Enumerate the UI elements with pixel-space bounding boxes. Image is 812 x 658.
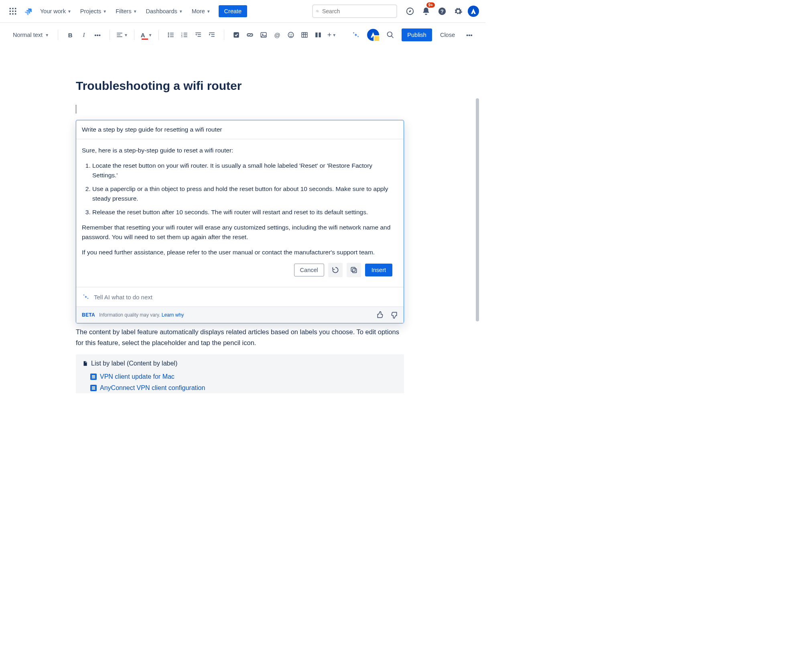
- svg-rect-49: [319, 32, 321, 37]
- svg-rect-0: [10, 8, 11, 9]
- app-switcher-icon[interactable]: [6, 5, 19, 18]
- text-style-dropdown[interactable]: Normal text▼: [10, 28, 52, 41]
- svg-rect-4: [12, 10, 13, 12]
- scrollbar[interactable]: [475, 98, 480, 387]
- svg-rect-52: [352, 269, 356, 273]
- outdent-button[interactable]: [192, 28, 205, 41]
- emoji-button[interactable]: [284, 28, 297, 41]
- layouts-button[interactable]: [312, 28, 325, 41]
- learn-why-link[interactable]: Learn why: [162, 312, 184, 318]
- svg-rect-32: [198, 36, 201, 37]
- jira-logo-icon[interactable]: [22, 5, 35, 18]
- ai-intro: Sure, here is a step-by-step guide to re…: [82, 146, 398, 155]
- svg-point-40: [262, 34, 263, 35]
- settings-icon[interactable]: [452, 5, 465, 18]
- svg-rect-7: [12, 13, 13, 14]
- ai-icon[interactable]: [349, 28, 362, 41]
- svg-rect-22: [170, 35, 174, 35]
- close-button[interactable]: Close: [437, 29, 458, 41]
- indent-button[interactable]: [205, 28, 218, 41]
- bold-button[interactable]: B: [64, 28, 77, 41]
- nav-dashboards[interactable]: Dashboards▼: [143, 6, 186, 17]
- svg-rect-6: [10, 13, 11, 14]
- ai-note: If you need further assistance, please r…: [82, 248, 398, 257]
- svg-rect-31: [198, 35, 201, 35]
- svg-rect-27: [184, 33, 187, 34]
- copy-icon[interactable]: [347, 263, 361, 277]
- image-button[interactable]: [257, 28, 270, 41]
- link-button[interactable]: [244, 28, 256, 41]
- svg-rect-44: [302, 32, 307, 37]
- search-icon: [316, 8, 319, 14]
- svg-rect-38: [233, 32, 239, 37]
- chevron-down-icon: ▼: [133, 9, 137, 14]
- svg-rect-5: [15, 10, 16, 12]
- nav-more[interactable]: More▼: [189, 6, 214, 17]
- insert-button[interactable]: Insert: [365, 264, 392, 276]
- align-button[interactable]: ▼: [116, 28, 128, 41]
- svg-point-9: [317, 10, 318, 12]
- action-item-button[interactable]: [230, 28, 243, 41]
- editor-cursor-line[interactable]: [76, 105, 404, 114]
- doc-icon: [90, 385, 97, 391]
- global-nav: Your work▼ Projects▼ Filters▼ Dashboards…: [0, 0, 485, 23]
- ai-prompt-text: Write a step by step guide for resetting…: [76, 120, 404, 139]
- thumbs-down-icon[interactable]: [390, 311, 398, 319]
- mention-button[interactable]: @: [271, 28, 284, 41]
- number-list-button[interactable]: 123: [178, 28, 191, 41]
- table-button[interactable]: [298, 28, 311, 41]
- svg-text:3: 3: [181, 35, 183, 38]
- scrollbar-thumb[interactable]: [476, 98, 479, 321]
- nav-label: Your work: [40, 8, 66, 14]
- svg-line-10: [318, 12, 319, 12]
- bullet-list-button[interactable]: [164, 28, 177, 41]
- document-canvas: Troubleshooting a wifi router Write a st…: [0, 47, 480, 393]
- find-button[interactable]: [384, 28, 397, 41]
- create-button[interactable]: Create: [219, 5, 248, 17]
- cancel-button[interactable]: Cancel: [294, 264, 324, 276]
- doc-icon: [90, 374, 97, 380]
- svg-rect-2: [15, 8, 16, 9]
- help-icon[interactable]: ?: [436, 5, 449, 18]
- ai-footer: BETA Information quality may vary. Learn…: [76, 307, 404, 323]
- beta-badge: BETA: [82, 312, 95, 318]
- nav-projects[interactable]: Projects▼: [77, 6, 110, 17]
- page-title[interactable]: Troubleshooting a wifi router: [76, 79, 404, 93]
- notification-badge: 9+: [426, 2, 435, 8]
- svg-rect-21: [170, 33, 174, 34]
- content-by-label-macro[interactable]: List by label (Content by label) VPN cli…: [76, 354, 404, 393]
- more-actions-button[interactable]: •••: [463, 28, 476, 41]
- more-formatting-button[interactable]: •••: [91, 28, 104, 41]
- insert-button[interactable]: +▼: [325, 28, 338, 41]
- nav-label: Filters: [116, 8, 131, 14]
- text-color-button[interactable]: A▼: [140, 28, 153, 41]
- nav-label: Projects: [80, 8, 101, 14]
- chevron-down-icon: ▼: [207, 9, 211, 14]
- svg-marker-33: [195, 34, 197, 36]
- search-input[interactable]: [312, 4, 397, 18]
- body-paragraph[interactable]: The content by label feature automatical…: [76, 327, 404, 348]
- macro-title: List by label (Content by label): [82, 360, 398, 367]
- chevron-down-icon: ▼: [103, 9, 107, 14]
- svg-marker-37: [209, 34, 210, 36]
- italic-button[interactable]: I: [77, 28, 90, 41]
- ai-followup-placeholder: Tell AI what to do next: [94, 294, 152, 301]
- ai-step: Locate the reset button on your wifi rou…: [92, 161, 398, 180]
- thumbs-up-icon[interactable]: [376, 311, 384, 319]
- chevron-down-icon: ▼: [148, 33, 152, 37]
- publish-button[interactable]: Publish: [402, 28, 432, 41]
- related-article-link[interactable]: VPN client update for Mac: [82, 371, 398, 382]
- collaborator-avatar[interactable]: [367, 29, 379, 41]
- ai-followup-input[interactable]: Tell AI what to do next: [76, 287, 404, 307]
- profile-avatar[interactable]: [468, 6, 479, 17]
- related-article-link[interactable]: AnyConnect VPN client configuration: [82, 382, 398, 393]
- search-field[interactable]: [321, 8, 393, 15]
- svg-marker-12: [409, 10, 411, 12]
- discover-icon[interactable]: [404, 5, 416, 18]
- nav-filters[interactable]: Filters▼: [112, 6, 140, 17]
- nav-your-work[interactable]: Your work▼: [37, 6, 75, 17]
- notifications-icon[interactable]: 9+: [420, 5, 432, 18]
- retry-icon[interactable]: [328, 263, 343, 277]
- svg-rect-30: [195, 32, 201, 33]
- svg-point-18: [168, 32, 169, 34]
